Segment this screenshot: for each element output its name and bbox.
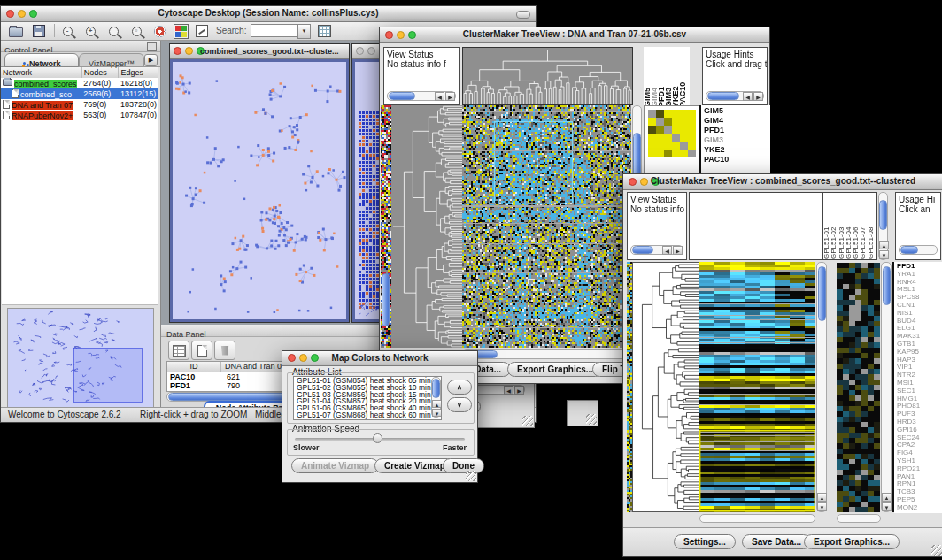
animation-speed-slider[interactable] bbox=[295, 438, 465, 441]
gene-label[interactable]: MON2 bbox=[897, 504, 942, 512]
vizmapper-button[interactable] bbox=[171, 23, 190, 39]
scroll-right-icon[interactable]: ▶ bbox=[445, 92, 455, 101]
gene-label[interactable]: PAC10 bbox=[704, 155, 770, 165]
attribute-select-button[interactable] bbox=[168, 341, 189, 360]
settings-button[interactable]: Settings... bbox=[674, 534, 736, 549]
scroll-right-icon[interactable]: ▶ bbox=[753, 92, 763, 101]
selected-cluster-matrix[interactable] bbox=[648, 110, 696, 157]
view-status-hscrollbar[interactable]: ◀ ▶ bbox=[630, 245, 683, 255]
scroll-down-icon[interactable]: ▼ bbox=[879, 250, 889, 259]
scroll-down-icon[interactable]: ▼ bbox=[817, 502, 827, 511]
annotation-button[interactable] bbox=[192, 23, 212, 39]
scroll-down-icon[interactable]: ▼ bbox=[432, 409, 442, 417]
search-dropdown[interactable]: ▼ bbox=[297, 24, 311, 39]
dialog-titlebar[interactable]: Map Colors to Network bbox=[282, 351, 477, 366]
scroll-left-icon[interactable]: ◀ bbox=[435, 92, 444, 101]
zoom-selected-button[interactable] bbox=[104, 23, 123, 39]
gene-label[interactable]: PFD1 bbox=[704, 126, 770, 135]
minimize-button[interactable] bbox=[185, 47, 193, 55]
tab-overflow-button[interactable]: ▶ bbox=[144, 54, 158, 66]
attribute-item[interactable]: GPL51-07 (GSM868) heat shock 60 min bbox=[297, 412, 441, 419]
close-button[interactable] bbox=[174, 47, 181, 55]
row-dendrogram[interactable] bbox=[633, 263, 699, 511]
main-titlebar[interactable]: Cytoscape Desktop (Session Name: collins… bbox=[1, 6, 536, 22]
close-button[interactable] bbox=[356, 47, 364, 55]
treeview1-hscrollbar[interactable] bbox=[462, 349, 631, 359]
scroll-left-icon[interactable]: ◀ bbox=[504, 386, 513, 395]
scroll-right-icon[interactable]: ▶ bbox=[514, 386, 524, 395]
help-button[interactable] bbox=[150, 23, 169, 39]
zoom-vscrollbar[interactable]: ▲ ▼ bbox=[881, 262, 892, 512]
minimize-button[interactable] bbox=[367, 47, 375, 55]
scroll-up-icon[interactable]: ▲ bbox=[817, 493, 827, 502]
resize-grip[interactable] bbox=[586, 414, 597, 425]
export-graphics-button[interactable]: Export Graphics... bbox=[507, 362, 603, 377]
network-row-combined-scores[interactable]: combined_scores 2764(0) 16218(0) bbox=[1, 78, 158, 88]
network-row-rnapuber[interactable]: RNAPuberNov2+ 563(0) 107847(0) bbox=[1, 110, 158, 120]
zoom-in-button[interactable]: + bbox=[81, 23, 100, 39]
save-button[interactable] bbox=[29, 23, 49, 39]
toolbar-toggle-capsule[interactable] bbox=[516, 11, 530, 19]
network-row-selected[interactable]: combined_sco 2569(6) 13112(15) bbox=[1, 88, 158, 99]
network-graph-canvas[interactable] bbox=[173, 62, 346, 318]
scroll-left-icon[interactable]: ◀ bbox=[662, 246, 672, 255]
resize-grip[interactable] bbox=[931, 545, 942, 556]
open-file-button[interactable] bbox=[6, 23, 26, 39]
column-dendrogram-frame bbox=[462, 47, 633, 105]
birdseye-view[interactable] bbox=[8, 309, 151, 406]
column-dendrogram-area[interactable] bbox=[689, 192, 822, 260]
zoom-heatmap[interactable] bbox=[837, 263, 880, 512]
scroll-up-icon[interactable]: ▲ bbox=[882, 493, 892, 502]
usage-hints-hscrollbar[interactable] bbox=[899, 245, 938, 255]
treeview1-heatmap[interactable] bbox=[462, 105, 631, 348]
scroll-up-icon[interactable]: ▲ bbox=[432, 400, 442, 408]
treeview2-vscrollbar[interactable]: ▲ ▼ bbox=[816, 262, 827, 512]
faster-label: Faster bbox=[443, 443, 467, 452]
gene-label[interactable]: GIM3 bbox=[704, 135, 770, 145]
column-dendrogram[interactable] bbox=[463, 48, 632, 104]
column-labels-vscrollbar[interactable]: ▲ ▼ bbox=[878, 192, 888, 260]
move-up-button[interactable]: ∧ bbox=[447, 380, 472, 395]
col-id[interactable]: ID bbox=[167, 362, 221, 372]
done-button[interactable]: Done bbox=[443, 458, 484, 473]
attribute-list-vscrollbar[interactable]: ▲ ▼ bbox=[431, 377, 441, 418]
scroll-right-icon[interactable]: ▶ bbox=[673, 246, 683, 255]
tab-vizmapper[interactable]: VizMapper™ bbox=[79, 53, 144, 67]
treeview2-titlebar[interactable]: ClusterMaker TreeView : combined_scores_… bbox=[623, 174, 942, 190]
tab-network[interactable]: Network bbox=[4, 53, 79, 67]
bottom-hscrollbar[interactable] bbox=[699, 514, 815, 523]
animate-vizmap-button[interactable]: Animate Vizmap bbox=[291, 458, 379, 473]
scroll-down-icon[interactable]: ▼ bbox=[882, 502, 892, 511]
float-panel-icon[interactable] bbox=[147, 42, 157, 51]
network-table-header[interactable]: Network Nodes Edges bbox=[1, 67, 158, 78]
export-graphics-button[interactable]: Export Graphics... bbox=[804, 534, 900, 549]
network-row-dna-tran[interactable]: DNA and Tran 07 769(0) 183728(0) bbox=[1, 99, 158, 110]
treeview2-heatmap[interactable] bbox=[699, 262, 815, 512]
gene-label[interactable]: GIM4 bbox=[704, 116, 770, 126]
gene-label[interactable]: GIM5 bbox=[704, 106, 770, 116]
resize-grip[interactable] bbox=[466, 471, 476, 481]
new-attribute-button[interactable] bbox=[191, 341, 212, 360]
gene-label[interactable]: YKE2 bbox=[704, 145, 770, 155]
network-view-titlebar[interactable]: combined_scores_good.txt--cluste... bbox=[170, 44, 349, 59]
treeview2-column-labels: GPL51-01 (GSM854)GPL51-02 (GSM855)GPL51-… bbox=[822, 192, 877, 260]
usage-hints-text: Click an bbox=[899, 204, 940, 214]
view-status-hscrollbar[interactable]: ◀ ▶ bbox=[387, 91, 456, 101]
zoom-fit-button[interactable]: ▫ bbox=[127, 23, 146, 39]
bottom-hscrollbar-2[interactable] bbox=[837, 514, 881, 523]
slower-label: Slower bbox=[293, 443, 320, 452]
save-data-button[interactable]: Save Data... bbox=[742, 534, 811, 549]
import-table-button[interactable] bbox=[314, 23, 334, 39]
slider-thumb[interactable] bbox=[373, 433, 382, 443]
usage-hints-hscrollbar[interactable]: ◀ ▶ bbox=[706, 91, 764, 101]
search-input[interactable] bbox=[251, 24, 298, 37]
network-view-window: combined_scores_good.txt--cluste... bbox=[169, 43, 350, 323]
zoom-out-button[interactable]: - bbox=[58, 23, 77, 39]
delete-attribute-button[interactable] bbox=[214, 341, 236, 360]
row-dendrogram[interactable] bbox=[391, 105, 462, 348]
treeview1-titlebar[interactable]: ClusterMaker TreeView : DNA and Tran 07-… bbox=[380, 27, 769, 43]
resize-grip[interactable] bbox=[522, 416, 533, 426]
scroll-left-icon[interactable]: ◀ bbox=[743, 92, 753, 101]
move-down-button[interactable]: ∨ bbox=[447, 397, 472, 412]
scroll-up-icon[interactable]: ▲ bbox=[879, 241, 889, 249]
